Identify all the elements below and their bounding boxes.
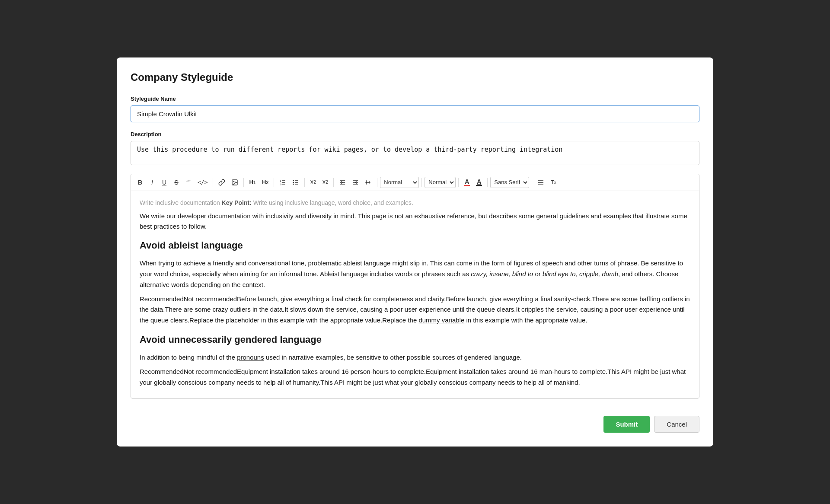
divider-3 <box>274 178 274 187</box>
svg-point-9 <box>293 180 294 181</box>
superscript-button[interactable]: X2 <box>319 177 331 188</box>
divider-6 <box>377 178 377 187</box>
italic-button[interactable]: I <box>147 177 158 188</box>
svg-point-10 <box>293 182 294 182</box>
divider-2 <box>243 178 244 187</box>
h2-button[interactable]: H2 <box>259 177 271 188</box>
cancel-button[interactable]: Cancel <box>654 416 699 433</box>
strikethrough-button[interactable]: S <box>171 177 182 188</box>
font-size-select[interactable]: Normal Small Large <box>425 177 456 188</box>
indent-left-button[interactable] <box>349 177 361 188</box>
modal: Company Styleguide Styleguide Name Descr… <box>117 57 713 447</box>
editor-para-4: RecommendedNot recommendedEquipment inst… <box>140 367 690 388</box>
modal-overlay: Company Styleguide Styleguide Name Descr… <box>0 0 830 504</box>
h1-button[interactable]: H1 <box>246 177 258 188</box>
divider-5 <box>333 178 334 187</box>
ordered-list-button[interactable] <box>277 177 289 188</box>
text-dir-button[interactable] <box>362 177 374 188</box>
color-bar <box>464 185 470 186</box>
highlight-bar <box>476 185 482 186</box>
underline-button[interactable]: U <box>159 177 170 188</box>
font-highlight-icon: A <box>477 179 481 185</box>
quote-button[interactable]: “” <box>183 177 194 188</box>
svg-point-1 <box>233 181 234 182</box>
placeholder-keypoint-label: Key Point: <box>222 199 252 206</box>
friendly-tone-link[interactable]: friendly and conversational tone <box>213 259 304 267</box>
font-color-button[interactable]: A <box>461 177 472 188</box>
divider-9 <box>487 178 488 187</box>
description-label: Description <box>131 131 699 137</box>
pronouns-link[interactable]: pronouns <box>237 354 264 361</box>
editor-content-area[interactable]: Write inclusive documentation Key Point:… <box>131 191 699 399</box>
editor-para-1: When trying to achieve a friendly and co… <box>140 258 690 290</box>
image-button[interactable] <box>229 177 241 188</box>
divider-4 <box>304 178 305 187</box>
font-highlight-button[interactable]: A <box>473 177 485 188</box>
clear-format-button[interactable]: Tx <box>548 177 559 188</box>
modal-title: Company Styleguide <box>131 71 699 83</box>
link-button[interactable] <box>216 177 228 188</box>
editor-body-intro: We write our developer documentation wit… <box>140 211 690 232</box>
editor-heading-1: Avoid ableist language <box>140 238 690 253</box>
svg-point-11 <box>293 184 294 184</box>
editor-para-3: In addition to being mindful of the pron… <box>140 352 690 363</box>
rich-text-editor: B I U S “” </> H1 H2 <box>131 174 699 399</box>
divider-1 <box>213 178 213 187</box>
styleguide-name-input[interactable] <box>131 105 699 122</box>
modal-footer: Submit Cancel <box>131 409 699 433</box>
font-color-icon: A <box>465 179 469 185</box>
indent-right-button[interactable] <box>336 177 348 188</box>
text-align-button[interactable] <box>535 177 547 188</box>
font-family-select[interactable]: Sans Serif Serif Monospace <box>490 177 529 188</box>
editor-placeholder: Write inclusive documentation Key Point:… <box>140 198 690 207</box>
divider-10 <box>532 178 532 187</box>
bold-button[interactable]: B <box>134 177 146 188</box>
divider-7 <box>421 178 422 187</box>
subscript-button[interactable]: X2 <box>307 177 319 188</box>
placeholder-keypoint-text: Write using inclusive language, word cho… <box>253 199 413 206</box>
code-button[interactable]: </> <box>195 177 210 188</box>
dummy-variable-link[interactable]: dummy variable <box>418 316 464 324</box>
submit-button[interactable]: Submit <box>603 416 650 433</box>
editor-para-2: RecommendedNot recommendedBefore launch,… <box>140 294 690 326</box>
editor-heading-2: Avoid unnecessarily gendered language <box>140 332 690 347</box>
description-input[interactable] <box>131 141 699 165</box>
styleguide-name-label: Styleguide Name <box>131 96 699 102</box>
unordered-list-button[interactable] <box>290 177 302 188</box>
divider-8 <box>458 178 459 187</box>
editor-toolbar: B I U S “” </> H1 H2 <box>131 174 699 191</box>
paragraph-style-select[interactable]: Normal Heading 1 Heading 2 Heading 3 <box>380 177 419 188</box>
